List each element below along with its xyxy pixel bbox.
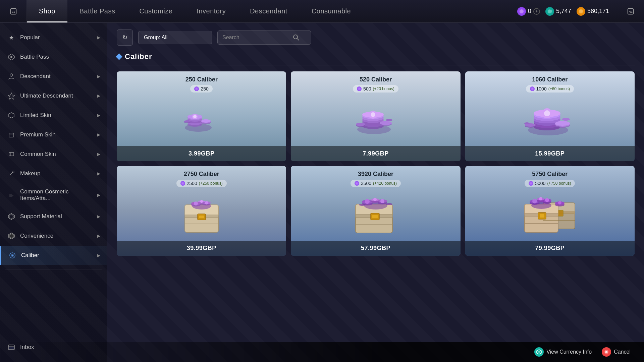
tab-customize[interactable]: Customize	[127, 0, 184, 22]
chevron-right-icon: ▶	[97, 94, 100, 98]
battle-pass-icon	[7, 52, 16, 62]
caliber-dot-icon	[180, 181, 185, 186]
tab-battle-pass[interactable]: Battle Pass	[67, 0, 127, 22]
svg-point-49	[380, 121, 392, 125]
item-amount-badge: 500 (+20 bonus)	[353, 85, 398, 93]
item-price: 7.99GBP	[291, 146, 460, 161]
svg-point-78	[194, 201, 198, 205]
shop-item-3920-caliber[interactable]: 3920 Caliber 3500 (+420 bonus)	[291, 166, 460, 256]
sidebar-item-premium-skin[interactable]: Premium Skin ▶	[0, 125, 107, 144]
refresh-button[interactable]: ↻	[117, 29, 133, 46]
sidebar-item-popular[interactable]: ★ Popular ▶	[0, 28, 107, 47]
chevron-right-icon: ▶	[97, 152, 100, 157]
chest-small-icon	[176, 192, 227, 236]
svg-text:R1: R1	[629, 10, 633, 13]
sidebar-item-ultimate-descendant[interactable]: Ultimate Descendant ▶	[0, 86, 107, 105]
top-navigation: L1 Shop Battle Pass Customize Inventory …	[0, 0, 644, 23]
svg-point-52	[386, 119, 392, 121]
svg-rect-112	[540, 214, 544, 218]
item-name: 1060 Caliber	[470, 76, 630, 83]
nav-right-button[interactable]: R1	[617, 0, 644, 23]
sidebar-item-descendant[interactable]: Descendant ▶	[0, 67, 107, 86]
chevron-right-icon: ▶	[97, 74, 100, 79]
svg-point-4	[579, 9, 583, 13]
add-currency-button[interactable]: +	[533, 8, 540, 15]
item-amount-badge: 1000 (+60 bonus)	[526, 85, 574, 93]
descendant-icon	[7, 72, 16, 81]
item-price: 57.99GBP	[291, 241, 460, 256]
nav-tabs: Shop Battle Pass Customize Inventory Des…	[27, 0, 363, 22]
common-cosmetic-icon	[7, 190, 16, 200]
svg-rect-11	[9, 133, 14, 137]
item-name: 520 Caliber	[296, 76, 455, 83]
sidebar-item-limited-skin[interactable]: Limited Skin ▶	[0, 106, 107, 125]
main-layout: ★ Popular ▶ Battle Pass Descendant ▶	[0, 23, 644, 362]
purple-currency-icon	[517, 7, 526, 16]
coin-pile-large-icon	[523, 99, 577, 139]
item-image	[291, 93, 460, 146]
sidebar-item-convenience[interactable]: Convenience ▶	[0, 227, 107, 245]
svg-point-20	[12, 255, 13, 256]
caliber-dot-icon	[529, 181, 533, 186]
support-material-icon	[7, 212, 16, 221]
shop-item-2750-caliber[interactable]: 2750 Caliber 2500 (+250 bonus)	[117, 166, 286, 256]
svg-point-65	[555, 121, 570, 126]
shop-item-1060-caliber[interactable]: 1060 Caliber 1000 (+60 bonus)	[465, 71, 635, 161]
shop-item-5750-caliber[interactable]: 5750 Caliber 5000 (+750 bonus)	[465, 166, 635, 256]
cancel-button[interactable]: Cancel	[602, 347, 631, 357]
item-amount-badge: 3500 (+420 bonus)	[351, 180, 401, 187]
section-header: Caliber	[117, 52, 635, 65]
cancel-icon	[602, 347, 611, 357]
svg-marker-12	[9, 153, 14, 156]
sidebar-item-caliber[interactable]: Caliber ▶	[0, 246, 107, 265]
item-amount-badge: 5000 (+750 bonus)	[525, 180, 575, 187]
sidebar-item-makeup[interactable]: Makeup ▶	[0, 164, 107, 183]
svg-point-129	[538, 351, 540, 353]
tab-consumable[interactable]: Consumable	[300, 0, 363, 22]
sidebar: ★ Popular ▶ Battle Pass Descendant ▶	[0, 23, 107, 362]
svg-point-51	[356, 123, 365, 126]
view-currency-info-button[interactable]: View Currency Info	[534, 347, 592, 357]
shop-item-250-caliber[interactable]: 250 Caliber 250	[117, 71, 286, 161]
makeup-icon	[7, 169, 16, 178]
tab-inventory[interactable]: Inventory	[184, 0, 238, 22]
item-price: 39.99GBP	[117, 241, 286, 256]
svg-point-102	[386, 203, 392, 205]
sidebar-divider	[5, 269, 102, 270]
premium-skin-icon	[7, 130, 16, 139]
item-image	[117, 187, 286, 241]
tab-shop[interactable]: Shop	[27, 0, 67, 22]
sidebar-item-common-cosmetic[interactable]: Common Cosmetic Items/Atta... ▶	[0, 184, 107, 206]
chevron-right-icon: ▶	[97, 35, 100, 40]
item-image	[465, 187, 635, 241]
item-price: 79.99GBP	[465, 241, 635, 256]
cancel-label: Cancel	[614, 349, 631, 355]
chevron-right-icon: ▶	[97, 234, 100, 238]
shop-item-520-caliber[interactable]: 520 Caliber 500 (+20 bonus)	[291, 71, 460, 161]
svg-point-9	[10, 74, 13, 76]
common-skin-icon	[7, 149, 16, 159]
content-area: ↻ Group: All Caliber 250 Cali	[107, 23, 644, 362]
sidebar-item-support-material[interactable]: Support Material ▶	[0, 207, 107, 226]
filter-bar: ↻ Group: All	[117, 29, 635, 46]
svg-point-84	[200, 200, 203, 203]
search-input[interactable]	[222, 35, 289, 41]
item-amount-badge: 250	[190, 85, 212, 93]
sidebar-item-battle-pass[interactable]: Battle Pass	[0, 48, 107, 66]
item-image	[465, 93, 635, 146]
chevron-right-icon: ▶	[97, 253, 100, 258]
nav-left-button[interactable]: L1	[0, 0, 27, 23]
purple-currency: 0 +	[517, 7, 540, 16]
shop-items-grid: 250 Caliber 250	[117, 71, 635, 256]
svg-point-94	[365, 199, 370, 204]
bottom-bar: View Currency Info Cancel	[0, 342, 644, 362]
sidebar-item-common-skin[interactable]: Common Skin ▶	[0, 145, 107, 164]
tab-descendant[interactable]: Descendant	[238, 0, 300, 22]
chevron-right-icon: ▶	[97, 132, 100, 137]
svg-point-37	[184, 120, 191, 122]
item-name: 250 Caliber	[121, 76, 281, 83]
svg-point-101	[359, 204, 366, 206]
convenience-icon	[7, 231, 16, 241]
group-select[interactable]: Group: All	[138, 31, 212, 44]
coin-pile-medium-icon	[352, 99, 399, 139]
